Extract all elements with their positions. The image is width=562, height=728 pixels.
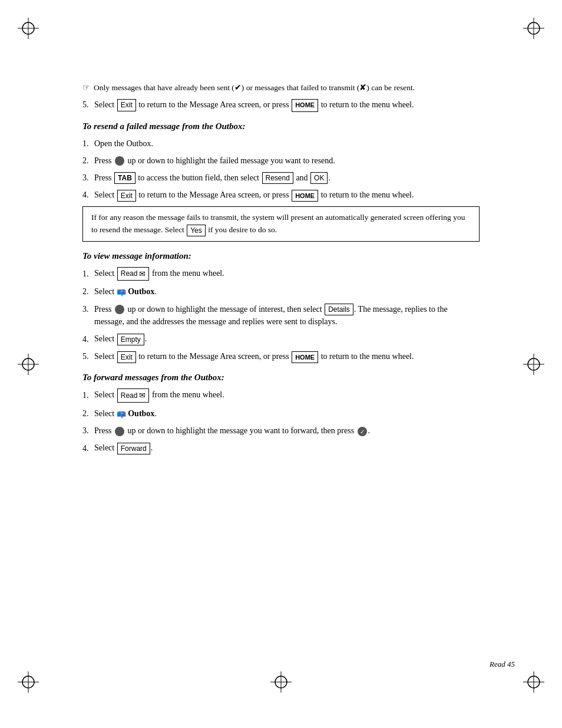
read-btn-fwd1: Read ✉ [117,388,150,403]
reg-mark-ml [18,354,39,375]
scroll-btn-fwd3 [115,427,124,436]
note-icon: ☞ [82,83,90,93]
forward-section-heading: To forward messages from the Outbox: [82,373,480,383]
tip-box: If for any reason the message fails to t… [82,206,480,241]
checkmark-btn-fwd3 [358,427,367,436]
main-content: ☞ Only messages that have already been s… [82,83,480,454]
view-step-5: 5. Select Exit to return to the Message … [82,350,480,363]
resend-btn: Resend [262,172,293,184]
reg-mark-br [523,671,544,693]
resend-step-1: 1. Open the Outbox. [82,137,480,150]
tab-btn: TAB [114,172,135,184]
view-step-1: 1. Select Read ✉ from the menu wheel. [82,267,480,281]
resend-step-4: 4. Select Exit to return to the Message … [82,189,480,202]
reg-mark-tl [18,18,39,39]
note-text: Only messages that have already been sen… [94,83,415,93]
home-btn-pre: HOME [292,99,318,112]
home-btn-view5: HOME [292,351,318,364]
details-btn: Details [325,304,353,315]
resend-steps-list: 1. Open the Outbox. 2. Press up or down … [82,137,480,202]
resend-section-heading: To resend a failed message from the Outb… [82,121,480,131]
reg-mark-mr [523,354,544,375]
page-footer: Read 45 [490,660,515,669]
reg-mark-tr [523,18,544,39]
forward-step-3: 3. Press up or down to highlight the mes… [82,424,480,437]
envelope-icon-fwd1: ✉ [139,390,146,401]
view-step-3: 3. Press up or down to highlight the mes… [82,303,480,328]
forward-step-4: 4. Select Forward. [82,442,480,454]
exit-btn-pre: Exit [117,99,136,111]
scroll-btn-resend2 [115,156,124,166]
exit-btn-view5: Exit [117,351,136,363]
envelope-icon-view1: ✉ [139,268,146,280]
reg-mark-bl [18,671,39,693]
reg-mark-bc [270,671,292,693]
view-step-4: 4. Select Empty. [82,332,480,345]
page: ☞ Only messages that have already been s… [0,0,562,728]
pre-heading-step5: 5. Select Exit to return to the Message … [82,98,480,112]
home-btn-resend4: HOME [292,190,318,202]
outbox-folder-icon-fwd2: 📪 [117,410,126,419]
outbox-label-fwd2: Outbox [128,409,154,418]
ok-btn: OK [310,172,328,184]
step-num-5-pre: 5. [82,98,94,111]
exit-btn-resend4: Exit [117,190,136,202]
empty-btn: Empty [117,334,144,345]
forward-step-2: 2. Select 📪 Outbox. [82,407,480,420]
view-section-heading: To view message information: [82,251,480,261]
view-steps-list: 1. Select Read ✉ from the menu wheel. 2.… [82,267,480,364]
note-line: ☞ Only messages that have already been s… [82,83,480,93]
forward-steps-list: 1. Select Read ✉ from the menu wheel. 2.… [82,388,480,454]
scroll-btn-view3 [115,305,124,314]
outbox-label-view2: Outbox [128,287,154,296]
resend-step-2: 2. Press up or down to highlight the fai… [82,154,480,167]
outbox-folder-icon-view2: 📪 [117,288,126,297]
resend-step-3: 3. Press TAB to access the button field,… [82,172,480,185]
yes-btn: Yes [187,225,206,236]
read-btn-view1: Read ✉ [117,267,150,281]
view-step-2: 2. Select 📪 Outbox. [82,285,480,298]
forward-btn: Forward [117,443,150,454]
step-content-5-pre: Select Exit to return to the Message Are… [94,98,480,112]
forward-step-1: 1. Select Read ✉ from the menu wheel. [82,388,480,403]
